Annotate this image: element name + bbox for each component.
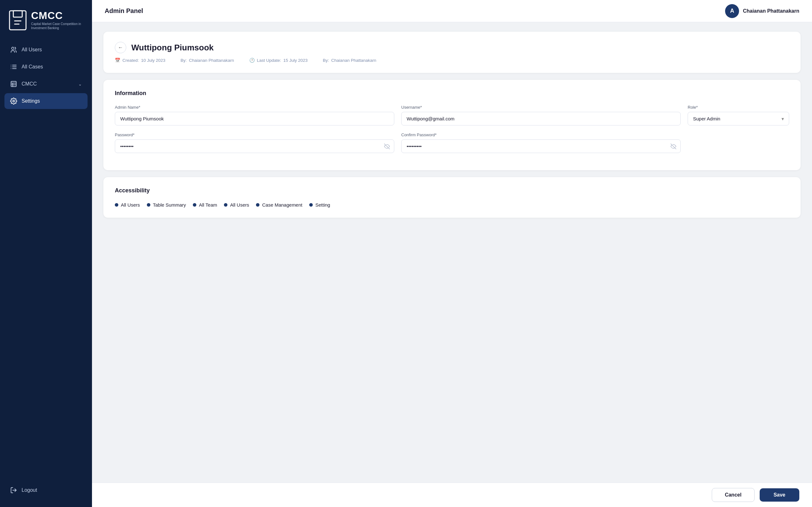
users-icon <box>10 46 17 53</box>
access-label-2: All Team <box>199 202 217 208</box>
created-meta: 📅 Created: 10 July 2023 <box>115 58 165 63</box>
meta-row: 📅 Created: 10 July 2023 By: Chaianan Pha… <box>115 58 789 63</box>
cancel-button[interactable]: Cancel <box>712 488 754 502</box>
logout-icon <box>10 487 17 494</box>
updated-by-meta: By: Chaianan Phattanakarn <box>323 58 376 63</box>
confirm-password-wrapper <box>401 139 681 153</box>
access-tag-0: All Users <box>115 202 140 208</box>
access-label-5: Setting <box>315 202 330 208</box>
access-dot-5 <box>309 203 313 207</box>
last-update-date: 15 July 2023 <box>283 58 308 63</box>
created-by: Chaianan Phattanakarn <box>189 58 234 63</box>
access-tags: All Users Table Summary All Team All Use… <box>115 202 789 208</box>
sidebar-item-all-cases[interactable]: All Cases <box>4 59 88 75</box>
created-by-meta: By: Chaianan Phattanakarn <box>181 58 234 63</box>
avatar: A <box>725 4 739 18</box>
save-button[interactable]: Save <box>760 488 799 502</box>
gear-icon <box>10 98 17 105</box>
main-area: Admin Panel A Chaianan Phattanakarn ← Wu… <box>92 0 812 507</box>
accessibility-card: Accessibility All Users Table Summary Al… <box>103 177 801 218</box>
logo-area: CMCC Capital Market Case Competition in … <box>0 0 92 39</box>
confirm-password-group: Confirm Password* <box>401 132 681 153</box>
updated-by-label: By: <box>323 58 329 63</box>
clock-icon: 🕐 <box>249 58 255 63</box>
sidebar-item-all-users[interactable]: All Users <box>4 42 88 58</box>
back-button[interactable]: ← <box>115 42 126 53</box>
role-select[interactable]: Super Admin Admin Viewer <box>688 112 789 125</box>
list-icon <box>10 63 17 70</box>
svg-point-15 <box>13 100 14 102</box>
admin-name-label: Admin Name* <box>115 105 394 110</box>
admin-name-group: Admin Name* <box>115 105 394 125</box>
sidebar-item-logout[interactable]: Logout <box>4 482 88 498</box>
sidebar-label-logout: Logout <box>21 487 82 493</box>
information-card: Information Admin Name* Username* Role* … <box>103 80 801 170</box>
footer-bar: Cancel Save <box>92 483 812 507</box>
form-row-2: Password* Confirm Password* <box>115 132 789 153</box>
username-group: Username* <box>401 105 681 125</box>
logo-subtitle: Capital Market Case Competition in Inves… <box>31 22 83 30</box>
access-label-4: Case Management <box>262 202 302 208</box>
sidebar: CMCC Capital Market Case Competition in … <box>0 0 92 507</box>
sidebar-label-all-cases: All Cases <box>21 64 82 70</box>
access-tag-2: All Team <box>193 202 217 208</box>
role-label: Role* <box>688 105 789 110</box>
last-update-label: Last Update: <box>257 58 281 63</box>
svg-point-4 <box>12 47 14 49</box>
logo-title: CMCC <box>31 10 83 20</box>
role-select-wrapper: Super Admin Admin Viewer ▼ <box>688 112 789 125</box>
sidebar-label-all-users: All Users <box>21 47 82 53</box>
svg-rect-11 <box>11 81 16 87</box>
page-title: Admin Panel <box>105 7 143 14</box>
chevron-down-icon: ⌄ <box>78 82 82 87</box>
confirm-password-input[interactable] <box>401 139 681 153</box>
eye-off-icon <box>384 144 390 149</box>
profile-name-row: ← Wuttipong Piumsook <box>115 42 789 53</box>
created-date: 10 July 2023 <box>141 58 165 63</box>
updated-by: Chaianan Phattanakarn <box>331 58 376 63</box>
eye-off-icon-confirm <box>670 144 676 149</box>
cmcc-logo-icon <box>9 10 27 31</box>
form-row-1: Admin Name* Username* Role* Super Admin … <box>115 105 789 125</box>
sidebar-label-cmcc: CMCC <box>21 81 74 87</box>
created-by-label: By: <box>181 58 187 63</box>
access-dot-2 <box>193 203 196 207</box>
password-toggle-button[interactable] <box>384 144 390 149</box>
password-wrapper <box>115 139 394 153</box>
sidebar-nav: All Users All Cases CMCC ⌄ <box>0 39 92 478</box>
access-label-1: Table Summary <box>153 202 186 208</box>
sidebar-label-settings: Settings <box>21 98 82 104</box>
access-label-0: All Users <box>121 202 140 208</box>
created-label: Created: <box>122 58 139 63</box>
password-group: Password* <box>115 132 394 153</box>
sidebar-item-cmcc[interactable]: CMCC ⌄ <box>4 76 88 92</box>
sidebar-item-settings[interactable]: Settings <box>4 93 88 109</box>
access-dot-0 <box>115 203 118 207</box>
content-area: ← Wuttipong Piumsook 📅 Created: 10 July … <box>92 22 812 507</box>
topbar: Admin Panel A Chaianan Phattanakarn <box>92 0 812 22</box>
table-icon <box>10 80 17 88</box>
accessibility-title: Accessibility <box>115 187 789 194</box>
username-input[interactable] <box>401 112 681 125</box>
access-tag-4: Case Management <box>256 202 302 208</box>
password-input[interactable] <box>115 139 394 153</box>
information-title: Information <box>115 90 789 97</box>
calendar-icon: 📅 <box>115 58 120 63</box>
last-update-meta: 🕐 Last Update: 15 July 2023 <box>249 58 308 63</box>
svg-rect-1 <box>13 11 22 17</box>
user-info: A Chaianan Phattanakarn <box>725 4 799 18</box>
profile-header-card: ← Wuttipong Piumsook 📅 Created: 10 July … <box>103 32 801 73</box>
profile-name: Wuttipong Piumsook <box>131 43 214 53</box>
access-tag-3: All Users <box>224 202 249 208</box>
password-label: Password* <box>115 132 394 137</box>
admin-name-input[interactable] <box>115 112 394 125</box>
sidebar-bottom: Logout <box>0 478 92 507</box>
access-tag-1: Table Summary <box>147 202 186 208</box>
confirm-password-toggle-button[interactable] <box>670 144 676 149</box>
confirm-password-label: Confirm Password* <box>401 132 681 137</box>
access-tag-5: Setting <box>309 202 330 208</box>
access-label-3: All Users <box>230 202 249 208</box>
access-dot-3 <box>224 203 227 207</box>
topbar-username: Chaianan Phattanakarn <box>743 8 799 14</box>
access-dot-4 <box>256 203 259 207</box>
